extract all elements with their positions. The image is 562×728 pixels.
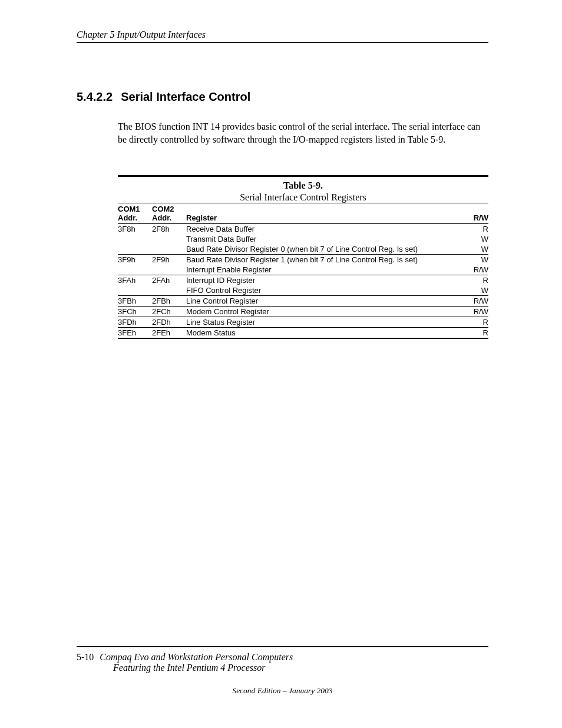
table-row: 3FCh2FChModem Control RegisterR/W	[118, 307, 488, 317]
table-cell: Transmit Data Buffer	[186, 234, 459, 244]
table-cell: 2FEh	[152, 328, 186, 339]
table-cell: 3FCh	[118, 307, 152, 317]
table-cell: Interrupt Enable Register	[186, 265, 459, 275]
footer-subtitle: Featuring the Intel Pentium 4 Processor	[113, 663, 488, 673]
table-cell	[118, 244, 152, 255]
table-row: Interrupt Enable RegisterR/W	[118, 265, 488, 275]
table-cell: R	[459, 317, 488, 328]
table-cell: W	[459, 234, 488, 244]
table-title: Serial Interface Control Registers	[118, 192, 488, 203]
table-cell: 2FAh	[152, 275, 186, 286]
table-row: 3FDh2FDhLine Status RegisterR	[118, 317, 488, 328]
table-row: FIFO Control RegisterW	[118, 285, 488, 296]
table-cell	[118, 285, 152, 296]
section-title: Serial Interface Control	[121, 90, 250, 103]
table-cell: Modem Control Register	[186, 307, 459, 317]
table-cell: W	[459, 285, 488, 296]
section-paragraph: The BIOS function INT 14 provides basic …	[118, 120, 488, 146]
th-com2: COM2Addr.	[152, 203, 186, 224]
table-cell	[118, 265, 152, 275]
table-cell	[152, 234, 186, 244]
table-label: Table 5-9.	[118, 180, 488, 191]
table-cell: R/W	[459, 265, 488, 275]
th-register: Register	[186, 203, 459, 224]
table-cell: R	[459, 275, 488, 286]
table-5-9: Table 5-9. Serial Interface Control Regi…	[118, 175, 488, 339]
footer-edition: Second Edition – January 2003	[77, 686, 488, 696]
table-cell: FIFO Control Register	[186, 285, 459, 296]
page-footer: 5-10 Compaq Evo and Workstation Personal…	[77, 646, 488, 696]
th-rw: R/W	[459, 203, 488, 224]
table-cell	[118, 234, 152, 244]
table-row: 3FAh2FAhInterrupt ID RegisterR	[118, 275, 488, 286]
table-cell: R	[459, 224, 488, 235]
table-cell: 3FDh	[118, 317, 152, 328]
table-cell: Interrupt ID Register	[186, 275, 459, 286]
table-cell: R	[459, 328, 488, 339]
table-cell: W	[459, 244, 488, 255]
table-row: 3F9h2F9hBaud Rate Divisor Register 1 (wh…	[118, 255, 488, 265]
table-cell: R/W	[459, 296, 488, 307]
table-cell	[152, 244, 186, 255]
table-cell: Baud Rate Divisor Register 1 (when bit 7…	[186, 255, 459, 265]
table-cell: 2FDh	[152, 317, 186, 328]
table-cell: Receive Data Buffer	[186, 224, 459, 235]
table-cell: 2F9h	[152, 255, 186, 265]
table-cell: W	[459, 255, 488, 265]
table-cell	[152, 265, 186, 275]
section-heading: 5.4.2.2Serial Interface Control	[77, 90, 488, 104]
table-row: Baud Rate Divisor Register 0 (when bit 7…	[118, 244, 488, 255]
table-row: Transmit Data BufferW	[118, 234, 488, 244]
table-cell: Modem Status	[186, 328, 459, 339]
th-com1: COM1Addr.	[118, 203, 152, 224]
table-cell: R/W	[459, 307, 488, 317]
table-cell: 2FCh	[152, 307, 186, 317]
table-row: 3F8h2F8hReceive Data BufferR	[118, 224, 488, 235]
table-cell: 3FBh	[118, 296, 152, 307]
table-cell: 2FBh	[152, 296, 186, 307]
table-cell: Baud Rate Divisor Register 0 (when bit 7…	[186, 244, 459, 255]
section-number: 5.4.2.2	[77, 90, 113, 103]
table-cell: 2F8h	[152, 224, 186, 235]
table-row: 3FEh2FEhModem StatusR	[118, 328, 488, 339]
footer-title: Compaq Evo and Workstation Personal Comp…	[100, 652, 293, 662]
running-header: Chapter 5 Input/Output Interfaces	[77, 29, 488, 43]
table-cell: 3FAh	[118, 275, 152, 286]
table-cell: 3F8h	[118, 224, 152, 235]
table-cell: 3FEh	[118, 328, 152, 339]
table-row: 3FBh2FBhLine Control RegisterR/W	[118, 296, 488, 307]
table-cell: Line Control Register	[186, 296, 459, 307]
page-number: 5-10	[77, 652, 94, 662]
table-cell: 3F9h	[118, 255, 152, 265]
table-cell: Line Status Register	[186, 317, 459, 328]
table-body: 3F8h2F8hReceive Data BufferRTransmit Dat…	[118, 224, 488, 339]
table-cell	[152, 285, 186, 296]
